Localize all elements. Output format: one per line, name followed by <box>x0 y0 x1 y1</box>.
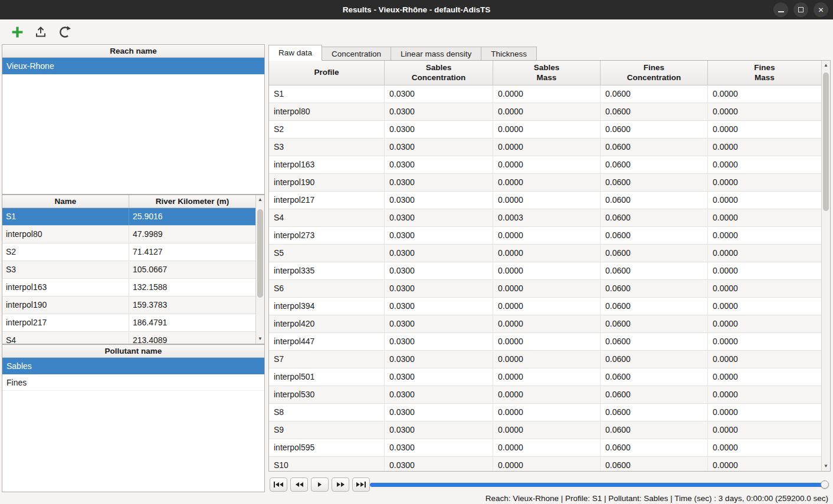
maximize-button[interactable] <box>793 2 808 17</box>
value-cell: 0.0300 <box>385 103 493 120</box>
tab-raw-data[interactable]: Raw data <box>268 45 322 61</box>
pollutant-list-item[interactable]: Fines <box>2 374 264 391</box>
profile-row[interactable]: interpol163132.1588 <box>2 279 255 297</box>
profile-row[interactable]: S271.4127 <box>2 243 255 261</box>
tab-thickness[interactable]: Thickness <box>481 47 537 61</box>
value-cell: 0.0000 <box>493 315 601 332</box>
time-slider[interactable] <box>370 480 828 489</box>
table-row[interactable]: S40.03000.00030.06000.0000 <box>269 209 821 227</box>
value-cell: 0.0000 <box>708 333 821 350</box>
profile-row[interactable]: S125.9016 <box>2 208 255 226</box>
table-row[interactable]: S90.03000.00000.06000.0000 <box>269 421 821 439</box>
tab-concentration[interactable]: Concentration <box>322 47 391 61</box>
river-kilometer-cell: 105.0667 <box>129 261 255 278</box>
value-cell: 0.0000 <box>493 404 601 421</box>
column-header[interactable]: SablesConcentration <box>385 61 493 85</box>
value-cell: 0.0600 <box>601 209 708 226</box>
profile-row[interactable]: interpol8047.9989 <box>2 226 255 243</box>
value-cell: 0.0000 <box>493 174 601 191</box>
profile-row[interactable]: S4213.4089 <box>2 332 255 344</box>
table-row[interactable]: S60.03000.00000.06000.0000 <box>269 280 821 298</box>
refresh-button[interactable] <box>55 23 73 41</box>
profile-cell: interpol394 <box>269 298 385 315</box>
column-header[interactable]: SablesMass <box>493 61 601 85</box>
fast-forward-button[interactable] <box>332 477 349 492</box>
window-controls: ✕ <box>773 2 828 17</box>
table-row[interactable]: S80.03000.00000.06000.0000 <box>269 404 821 421</box>
value-cell: 0.0000 <box>708 245 821 262</box>
table-row[interactable]: interpol3940.03000.00000.06000.0000 <box>269 298 821 315</box>
profile-cell: interpol190 <box>269 174 385 191</box>
data-table-scrollbar[interactable]: ▲ ▼ <box>821 61 830 471</box>
river-kilometer-cell: 213.4089 <box>129 332 255 344</box>
profile-cell: S4 <box>269 209 385 226</box>
profile-cell: interpol163 <box>269 156 385 173</box>
status-text: Reach: Vieux-Rhone | Profile: S1 | Pollu… <box>486 494 828 503</box>
scroll-down-icon[interactable]: ▼ <box>822 462 830 470</box>
river-kilometer-cell: 47.9989 <box>129 226 255 243</box>
rewind-button[interactable] <box>290 477 308 492</box>
close-button[interactable]: ✕ <box>814 2 828 17</box>
table-row[interactable]: S100.03000.00000.06000.0000 <box>269 457 821 471</box>
table-row[interactable]: interpol2730.03000.00000.06000.0000 <box>269 227 821 245</box>
column-header[interactable]: Profile <box>269 61 385 85</box>
value-cell: 0.0300 <box>385 85 493 103</box>
slider-track <box>370 483 828 487</box>
table-row[interactable]: S10.03000.00000.06000.0000 <box>269 85 821 103</box>
table-row[interactable]: interpol4470.03000.00000.06000.0000 <box>269 333 821 351</box>
slider-handle[interactable] <box>821 480 829 489</box>
value-cell: 0.0000 <box>493 245 601 262</box>
value-cell: 0.0000 <box>493 280 601 297</box>
table-row[interactable]: S30.03000.00000.06000.0000 <box>269 139 821 156</box>
table-row[interactable]: interpol1900.03000.00000.06000.0000 <box>269 174 821 192</box>
value-cell: 0.0000 <box>708 103 821 120</box>
minimize-button[interactable] <box>773 2 788 17</box>
tab-linear-mass-density[interactable]: Linear mass density <box>391 47 481 61</box>
scroll-down-icon[interactable]: ▼ <box>256 335 264 343</box>
profile-row[interactable]: interpol217186.4791 <box>2 314 255 332</box>
export-button[interactable] <box>32 23 50 41</box>
reach-list: Vieux-Rhone <box>2 58 264 74</box>
column-header[interactable]: FinesMass <box>708 61 821 85</box>
profile-scrollbar[interactable]: ▲ ▼ <box>255 195 264 344</box>
river-kilometer-column-header[interactable]: River Kilometer (m) <box>129 195 255 207</box>
value-cell: 0.0000 <box>708 298 821 315</box>
scroll-up-icon[interactable]: ▲ <box>256 196 264 204</box>
scroll-up-icon[interactable]: ▲ <box>822 61 830 70</box>
value-cell: 0.0300 <box>385 421 493 439</box>
add-button[interactable] <box>8 23 26 41</box>
table-row[interactable]: interpol4200.03000.00000.06000.0000 <box>269 315 821 333</box>
value-cell: 0.0600 <box>601 351 708 368</box>
table-row[interactable]: interpol800.03000.00000.06000.0000 <box>269 103 821 121</box>
scroll-thumb[interactable] <box>257 209 263 298</box>
profile-row[interactable]: interpol190159.3783 <box>2 297 255 314</box>
table-row[interactable]: interpol5010.03000.00000.06000.0000 <box>269 368 821 386</box>
table-row[interactable]: interpol2170.03000.00000.06000.0000 <box>269 192 821 209</box>
column-header[interactable]: FinesConcentration <box>601 61 708 85</box>
value-cell: 0.0000 <box>708 457 821 471</box>
value-cell: 0.0300 <box>385 192 493 209</box>
river-kilometer-cell: 25.9016 <box>129 208 255 225</box>
skip-to-end-button[interactable] <box>352 477 370 492</box>
table-row[interactable]: S50.03000.00000.06000.0000 <box>269 245 821 262</box>
table-row[interactable]: S70.03000.00000.06000.0000 <box>269 351 821 368</box>
skip-end-icon <box>356 482 360 487</box>
table-row[interactable]: S20.03000.00000.06000.0000 <box>269 121 821 139</box>
scroll-thumb[interactable] <box>823 73 829 211</box>
minimize-icon <box>778 11 784 12</box>
table-row[interactable]: interpol5300.03000.00000.06000.0000 <box>269 386 821 404</box>
pollutant-list-item[interactable]: Sables <box>2 358 264 374</box>
profile-table-header: Name River Kilometer (m) <box>2 195 264 208</box>
value-cell: 0.0000 <box>708 280 821 297</box>
table-row[interactable]: interpol5950.03000.00000.06000.0000 <box>269 439 821 457</box>
table-row[interactable]: interpol1630.03000.00000.06000.0000 <box>269 156 821 174</box>
skip-to-start-button[interactable] <box>270 477 287 492</box>
profile-name-column-header[interactable]: Name <box>2 195 129 207</box>
profile-row[interactable]: S3105.0667 <box>2 261 255 279</box>
reach-list-item[interactable]: Vieux-Rhone <box>2 58 264 74</box>
reach-panel: Reach name Vieux-Rhone <box>2 44 265 195</box>
value-cell: 0.0600 <box>601 262 708 279</box>
profile-cell: S8 <box>269 404 385 421</box>
table-row[interactable]: interpol3350.03000.00000.06000.0000 <box>269 262 821 280</box>
play-button[interactable] <box>311 477 329 492</box>
